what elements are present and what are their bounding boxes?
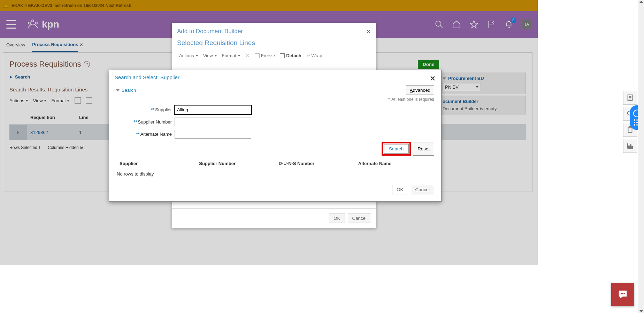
builder-cancel-button[interactable]: Cancel [348, 214, 371, 223]
chevron-down-icon [67, 100, 70, 102]
done-button[interactable]: Done [418, 60, 439, 69]
alternate-name-input[interactable] [175, 130, 251, 139]
chat-icon [617, 289, 629, 300]
chevron-down-icon [116, 89, 120, 91]
chevron-down-icon [25, 100, 28, 102]
warning-icon [3, 3, 9, 8]
actions-menu-label: Actions [9, 98, 24, 103]
procurement-bu-select[interactable]: PN BV [443, 83, 481, 91]
col-alternate-name[interactable]: Alternate Name [355, 158, 434, 169]
vertical-scrollbar[interactable] [638, 0, 644, 313]
svg-rect-0 [6, 5, 6, 6]
flag-icon[interactable] [487, 20, 496, 29]
procurement-bu-box: Procurement BU PN BV [439, 73, 526, 94]
svg-line-6 [440, 25, 443, 28]
document-builder-title: ocument Builder [443, 99, 478, 104]
chevron-down-icon [476, 86, 478, 88]
svg-rect-19 [632, 147, 633, 149]
builder-close-icon[interactable]: ✕ [366, 28, 371, 36]
document-builder-body: Document Builder is empty. [443, 106, 522, 111]
svg-point-3 [32, 20, 34, 22]
builder-toolbar: Actions View Format ✕ Freeze Detach ↩Wra… [172, 49, 376, 62]
search-button[interactable]: Search [384, 144, 409, 154]
toolbar-icon-2[interactable] [86, 97, 92, 104]
no-rows-message: No rows to display [116, 169, 434, 179]
expand-row-icon[interactable] [9, 125, 27, 140]
chevron-down-icon [443, 77, 446, 80]
reset-button[interactable]: Reset [413, 142, 434, 156]
side-tool-chart-icon[interactable] [623, 139, 637, 153]
notifications-button[interactable]: 8 [504, 20, 513, 30]
scroll-up-icon[interactable] [639, 1, 643, 3]
side-tool-document-icon[interactable] [623, 91, 637, 105]
builder-freeze[interactable]: Freeze [255, 53, 275, 58]
supplier-input[interactable] [175, 105, 251, 114]
tab-process-requisitions[interactable]: Process Requisitions [32, 38, 78, 52]
brand-name: kpn [42, 19, 59, 30]
help-icon[interactable]: ? [84, 61, 90, 67]
columns-hidden-label: Columns Hidden 56 [48, 145, 84, 150]
search-dialog-title: Search and Select: Supplier [115, 74, 179, 80]
chat-button[interactable] [611, 283, 634, 306]
col-requisition[interactable]: Requisition [27, 111, 76, 124]
format-menu[interactable]: Format [52, 98, 70, 103]
brand-logo[interactable]: kpn [26, 18, 59, 31]
svg-point-22 [624, 293, 625, 294]
builder-detach[interactable]: Detach [280, 53, 301, 58]
supplier-number-label: Supplier Number [138, 119, 172, 125]
required-hint: ** At least one is required [116, 97, 434, 102]
page-title-text: Process Requisitions [9, 60, 81, 69]
svg-point-2 [28, 22, 30, 24]
svg-point-21 [622, 293, 623, 294]
view-menu[interactable]: View [33, 98, 47, 103]
toolbar-icon-1[interactable] [75, 97, 81, 104]
svg-rect-17 [628, 146, 629, 148]
supplier-number-input[interactable] [175, 118, 251, 126]
star-icon[interactable] [469, 20, 478, 29]
builder-format-menu[interactable]: Format [222, 53, 240, 58]
menu-icon[interactable] [6, 20, 16, 29]
env-notification-bar: EKAK > EKAK-DEV3 last refresh on 16/01/2… [0, 0, 538, 11]
home-icon[interactable] [452, 20, 461, 29]
svg-rect-18 [630, 144, 631, 148]
procurement-bu-value: PN BV [445, 84, 459, 90]
scroll-down-icon[interactable] [639, 310, 643, 312]
builder-dialog-title: Add to Document Builder [177, 28, 243, 36]
close-tab-icon[interactable]: ✕ [79, 42, 83, 47]
right-column: Done Procurement BU PN BV ocument Builde… [439, 60, 526, 114]
search-dialog-close-icon[interactable]: ✕ [430, 74, 436, 83]
view-menu-label: View [33, 98, 43, 103]
builder-actions-menu[interactable]: Actions [179, 53, 198, 58]
search-cancel-button[interactable]: Cancel [411, 185, 435, 194]
supplier-label: Supplier [155, 107, 172, 112]
alternate-name-label: Alternate Name [140, 132, 172, 137]
actions-menu[interactable]: Actions [9, 98, 28, 103]
chevron-right-icon [9, 75, 13, 79]
procurement-bu-title: Procurement BU [448, 76, 484, 81]
requisition-link[interactable]: 8129862 [27, 130, 76, 135]
builder-ok-button[interactable]: OK [329, 214, 345, 223]
builder-view-menu[interactable]: View [203, 53, 217, 58]
line-cell: 1 [76, 130, 104, 135]
format-menu-label: Format [52, 98, 66, 103]
advanced-button[interactable]: Advanced [406, 85, 434, 95]
svg-rect-1 [6, 7, 6, 7]
search-icon[interactable] [435, 20, 444, 29]
user-avatar[interactable]: TA [522, 20, 531, 29]
col-supplier-number[interactable]: Supplier Number [196, 158, 275, 169]
tab-overview[interactable]: Overview [6, 38, 25, 52]
col-supplier[interactable]: Supplier [116, 158, 196, 169]
col-duns[interactable]: D-U-N-S Number [275, 158, 355, 169]
search-collapser-label: Search [15, 74, 30, 80]
builder-delete-icon[interactable]: ✕ [245, 52, 250, 59]
document-builder-box: ocument Builder Document Builder is empt… [439, 96, 526, 114]
svg-point-5 [436, 21, 441, 26]
col-line[interactable]: Line [76, 111, 104, 124]
search-ok-button[interactable]: OK [392, 185, 408, 194]
env-notification-text: EKAK > EKAK-DEV3 last refresh on 16/01/2… [12, 3, 131, 8]
svg-point-20 [621, 293, 622, 294]
search-section-collapser[interactable]: Search [116, 88, 136, 93]
builder-wrap[interactable]: ↩Wrap [306, 53, 322, 58]
search-section-label: Search [122, 88, 136, 93]
builder-dialog-subtitle: Selected Requisition Lines [172, 37, 376, 49]
